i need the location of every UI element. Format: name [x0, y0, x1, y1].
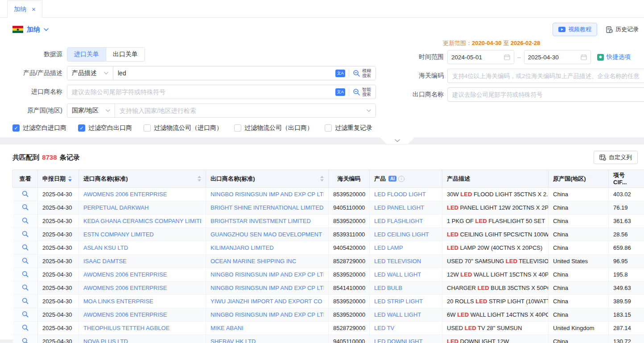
product-link[interactable]: LED FLOOD LIGHT — [374, 191, 438, 198]
importer-link[interactable]: KEDA GHANA CERAMICS COMPANY LIMITED — [83, 218, 201, 224]
importer-link[interactable]: ESTN COMPANY LIMITED — [83, 231, 201, 238]
country-selector[interactable]: 加纳 — [12, 25, 49, 34]
product-type-select[interactable]: 产品描述 — [67, 66, 113, 80]
checkbox-unchecked-icon[interactable] — [234, 124, 241, 132]
checkbox-checked-icon[interactable]: ✓ — [12, 124, 20, 132]
view-record-icon[interactable] — [22, 231, 29, 237]
checkbox-unchecked-icon[interactable] — [144, 124, 151, 132]
product-link[interactable]: LED WALL LIGHT — [374, 271, 438, 278]
view-record-icon[interactable] — [22, 298, 29, 304]
view-cell — [13, 268, 38, 281]
origin-country-input[interactable] — [115, 104, 367, 117]
product-link[interactable]: LED BULB — [374, 285, 438, 291]
importer-cell: ASLAN KSU LTD — [79, 241, 206, 255]
sort-icons[interactable] — [198, 176, 201, 182]
hscode-cell: 8541410000 — [329, 281, 370, 295]
exporter-link[interactable]: BRIGHT SHINE INTERNATIONAL LIMITED — [211, 204, 324, 211]
hscode-input[interactable] — [448, 69, 644, 83]
filter-checkbox-4[interactable]: 过滤重复记录 — [325, 124, 372, 132]
view-record-icon[interactable] — [22, 324, 29, 331]
info-icon[interactable]: i — [398, 176, 405, 182]
tab-ghana[interactable]: 加纳 × — [7, 0, 42, 18]
fuzzy-search-button[interactable]: 模糊搜索 — [353, 68, 376, 78]
col-exporter[interactable]: 出口商名称(标准) — [206, 170, 329, 188]
product-link[interactable]: LED DOWNLIGHT — [374, 338, 438, 343]
exporter-link[interactable]: YIWU JIANZHI IMPORT AND EXPORT CO LTD — [211, 298, 324, 305]
sort-icons[interactable] — [320, 176, 324, 182]
exporter-link[interactable]: NINGBO RISINGSUN IMP AND EXP CP LTD — [211, 271, 324, 278]
translate-icon[interactable]: 文A — [335, 70, 345, 77]
date-cell: 2025-04-30 — [38, 241, 79, 255]
translate-icon[interactable]: 文A — [335, 88, 345, 96]
col-item-cif[interactable]: 项号CIF... — [609, 170, 644, 188]
history-label: 历史记录 — [615, 25, 639, 33]
importer-link[interactable]: ISAAC DAMTSE — [83, 258, 201, 264]
importer-link[interactable]: AWOMENS 2006 ENTERPRISE — [83, 285, 201, 291]
chevron-down-icon[interactable] — [367, 109, 371, 112]
product-link[interactable]: LED LAMP — [374, 244, 438, 251]
date-to-input[interactable] — [528, 54, 581, 61]
importer-name-input[interactable] — [67, 85, 335, 99]
filter-checkbox-2[interactable]: 过滤物流公司（进口商） — [144, 124, 223, 132]
view-record-icon[interactable] — [22, 217, 29, 224]
exporter-link[interactable]: SHERAV HK LTD — [211, 338, 324, 343]
product-link[interactable]: LED WALL LIGHT — [374, 311, 438, 318]
collapse-panel-handle[interactable] — [380, 137, 415, 144]
importer-link[interactable]: PERPETUAL DARKWAH — [83, 204, 201, 211]
view-record-icon[interactable] — [22, 311, 29, 318]
view-record-icon[interactable] — [22, 190, 29, 197]
view-record-icon[interactable] — [22, 257, 29, 264]
view-record-icon[interactable] — [22, 338, 29, 343]
desc-cell: LED PANEL LIGHT 12W 20CTNS X 2P... — [442, 201, 549, 215]
exporter-name-input[interactable] — [448, 88, 644, 101]
exporter-link[interactable]: NINGBO RISINGSUN IMP AND EXP CP LTD — [211, 285, 324, 291]
product-link[interactable]: LED STRIP LIGHT — [374, 298, 438, 305]
date-to-picker[interactable] — [524, 50, 591, 64]
sort-icons[interactable] — [68, 176, 72, 182]
filter-checkbox-1[interactable]: ✓过滤空白出口商 — [78, 124, 132, 132]
importer-link[interactable]: AWOMENS 2006 ENTERPRISE — [83, 271, 201, 278]
importer-link[interactable]: NOVA PLUS LTD — [83, 338, 201, 343]
product-link[interactable]: LED TELEVISION — [374, 258, 438, 264]
exporter-link[interactable]: OCEAN MARINE SHIPPING INC — [211, 258, 324, 264]
smart-search-button[interactable]: 智能搜索 — [353, 87, 376, 97]
filter-checkbox-3[interactable]: 过滤物流公司（出口商） — [234, 124, 313, 132]
datasource-option-import[interactable]: 进口关单 — [67, 48, 106, 61]
origin-type-select[interactable]: 国家/地区 — [67, 104, 115, 117]
product-link[interactable]: LED PANEL LIGHT — [374, 204, 438, 211]
view-record-icon[interactable] — [22, 204, 29, 211]
date-from-picker[interactable] — [447, 50, 514, 64]
video-tutorial-button[interactable]: 视频教程 — [553, 23, 597, 36]
product-link[interactable]: LED CEILING LIGHT — [374, 231, 438, 238]
checkbox-checked-icon[interactable]: ✓ — [78, 124, 85, 132]
exporter-link[interactable]: GUANGZHOU SEN MAO DEVELOPMENT C... — [211, 231, 324, 238]
importer-link[interactable]: AWOMENS 2006 ENTERPRISE — [83, 311, 201, 318]
exporter-link[interactable]: BRIGHTSTAR INVESTMENT LIMITED — [211, 218, 324, 224]
tab-close-icon[interactable]: × — [32, 6, 36, 12]
filter-checkbox-0[interactable]: ✓过滤空白进口商 — [12, 124, 66, 132]
view-record-icon[interactable] — [22, 271, 29, 277]
date-from-input[interactable] — [451, 54, 504, 61]
exporter-link[interactable]: NINGBO RISINGSUN IMP AND EXP CP LTD — [211, 191, 324, 198]
col-importer[interactable]: 进口商名称(标准) — [79, 170, 206, 188]
exporter-link[interactable]: NINGBO RISINGSUN IMP AND EXP CP LTD — [211, 311, 324, 318]
exporter-link[interactable]: MIKE ABANI — [211, 325, 324, 331]
importer-cell: KEDA GHANA CERAMICS COMPANY LIMITED — [79, 215, 206, 228]
datasource-option-export[interactable]: 出口关单 — [106, 48, 144, 61]
importer-link[interactable]: MOA LINKS ENTERPRISE — [83, 298, 201, 305]
product-link[interactable]: LED TV — [374, 325, 438, 331]
history-button[interactable]: 历史记录 — [606, 25, 639, 33]
importer-link[interactable]: ASLAN KSU LTD — [83, 244, 201, 251]
customize-columns-button[interactable]: 自定义列 — [594, 151, 638, 164]
importer-link[interactable]: AWOMENS 2006 ENTERPRISE — [83, 191, 201, 198]
product-link[interactable]: LED FLASHLIGHT — [374, 218, 438, 224]
importer-link[interactable]: THEOPHILUS TETTEH AGBLOE — [83, 325, 201, 331]
origin-cell: China — [549, 215, 609, 228]
view-record-icon[interactable] — [22, 284, 29, 291]
exporter-link[interactable]: KILIMANJARO LIMITED — [211, 244, 324, 251]
checkbox-unchecked-icon[interactable] — [325, 124, 332, 132]
quick-options-link[interactable]: ✱ 快捷选项 — [597, 53, 631, 61]
col-date[interactable]: 申报日期 — [38, 170, 79, 188]
view-record-icon[interactable] — [22, 244, 29, 251]
product-search-input[interactable] — [113, 66, 335, 80]
